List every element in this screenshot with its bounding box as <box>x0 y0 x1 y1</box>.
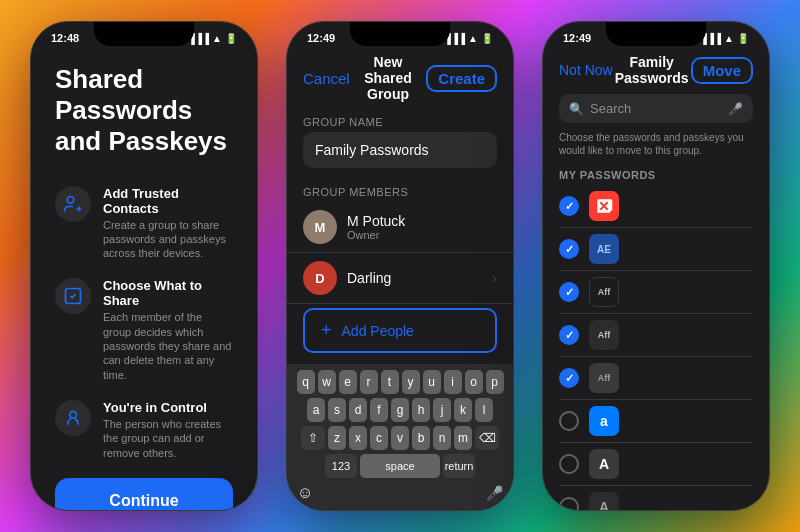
pw-checkbox-3[interactable] <box>559 282 579 302</box>
svg-point-0 <box>67 196 74 203</box>
search-icon: 🔍 <box>569 102 584 116</box>
pw-app-icon-2: AE <box>589 234 619 264</box>
pw-checkbox-1[interactable] <box>559 196 579 216</box>
choose-note: Choose the passwords and passkeys you wo… <box>543 129 769 165</box>
battery-icon-3: 🔋 <box>737 33 749 44</box>
move-button[interactable]: Move <box>691 57 753 84</box>
pw-app-icon-7: A <box>589 449 619 479</box>
kb-a[interactable]: a <box>307 398 325 422</box>
pw-item-7[interactable]: A <box>543 443 769 485</box>
continue-button[interactable]: Continue <box>55 478 233 511</box>
pw-checkbox-4[interactable] <box>559 325 579 345</box>
pw-item-5[interactable]: Aff <box>543 357 769 399</box>
group-members-label: GROUP MEMBERS <box>287 180 513 202</box>
pw-app-icon-5: Aff <box>589 363 619 393</box>
kb-q[interactable]: q <box>297 370 315 394</box>
group-name-label: GROUP NAME <box>287 110 513 132</box>
add-people-button[interactable]: + Add People <box>303 308 497 353</box>
feature-control-text: You're in Control The person who creates… <box>103 400 233 460</box>
emoji-icon[interactable]: ☺ <box>297 484 313 502</box>
pw-item-1[interactable] <box>543 185 769 227</box>
kb-row-4: 123 space return <box>291 454 509 478</box>
pw-checkbox-2[interactable] <box>559 239 579 259</box>
kb-r[interactable]: r <box>360 370 378 394</box>
kb-g[interactable]: g <box>391 398 409 422</box>
member-info-darling: Darling <box>347 270 482 286</box>
feature-add-contacts: Add Trusted Contacts Create a group to s… <box>55 186 233 261</box>
phone-1: 12:48 ▐▐▐ ▲ 🔋 Shared Passwordsand Passke… <box>30 21 258 511</box>
feature-control: You're in Control The person who creates… <box>55 400 233 460</box>
kb-b[interactable]: b <box>412 426 430 450</box>
kb-c[interactable]: c <box>370 426 388 450</box>
kb-row-3: ⇧ z x c v b n m ⌫ <box>291 426 509 450</box>
phone1-content: Shared Passwordsand Passkeys Add Trusted… <box>31 48 257 492</box>
member-avatar-potuck: M <box>303 210 337 244</box>
pw-item-2[interactable]: AE <box>543 228 769 270</box>
kb-t[interactable]: t <box>381 370 399 394</box>
my-passwords-label: MY PASSWORDS <box>543 165 769 185</box>
notch-1 <box>94 22 194 46</box>
notnow-button[interactable]: Not Now <box>559 62 613 78</box>
pw-app-icon-6: a <box>589 406 619 436</box>
kb-shift[interactable]: ⇧ <box>301 426 325 450</box>
keyboard: q w e r t y u i o p a s d f g h j k l ⇧ … <box>287 364 513 510</box>
mic-icon[interactable]: 🎤 <box>486 485 503 501</box>
kb-k[interactable]: k <box>454 398 472 422</box>
kb-return[interactable]: return <box>443 454 475 478</box>
pw-app-icon-3: Aff <box>589 277 619 307</box>
kb-e[interactable]: e <box>339 370 357 394</box>
add-plus-icon: + <box>321 320 332 341</box>
pw-checkbox-8[interactable] <box>559 497 579 511</box>
control-icon <box>55 400 91 436</box>
kb-s[interactable]: s <box>328 398 346 422</box>
kb-space[interactable]: space <box>360 454 440 478</box>
kb-o[interactable]: o <box>465 370 483 394</box>
kb-l[interactable]: l <box>475 398 493 422</box>
create-button[interactable]: Create <box>426 65 497 92</box>
time-2: 12:49 <box>307 32 335 44</box>
kb-d[interactable]: d <box>349 398 367 422</box>
kb-u[interactable]: u <box>423 370 441 394</box>
svg-point-2 <box>70 411 77 418</box>
search-bar[interactable]: 🔍 Search 🎤 <box>559 94 753 123</box>
kb-h[interactable]: h <box>412 398 430 422</box>
kb-row-1: q w e r t y u i o p <box>291 370 509 394</box>
battery-icon: 🔋 <box>225 33 237 44</box>
member-row-potuck: M M Potuck Owner <box>287 202 513 253</box>
status-icons-3: ▐▐▐ ▲ 🔋 <box>700 33 749 44</box>
member-avatar-darling: D <box>303 261 337 295</box>
kb-i[interactable]: i <box>444 370 462 394</box>
member-row-darling[interactable]: D Darling › <box>287 253 513 304</box>
pw-checkbox-6[interactable] <box>559 411 579 431</box>
kb-delete[interactable]: ⌫ <box>475 426 499 450</box>
pw-item-8[interactable]: A <box>543 486 769 511</box>
kb-y[interactable]: y <box>402 370 420 394</box>
kb-123[interactable]: 123 <box>325 454 357 478</box>
phone-3: 12:49 ▐▐▐ ▲ 🔋 Not Now Family Passwords M… <box>542 21 770 511</box>
cancel-button-2[interactable]: Cancel <box>303 70 350 87</box>
search-input[interactable]: Search <box>590 101 722 116</box>
kb-n[interactable]: n <box>433 426 451 450</box>
kb-p[interactable]: p <box>486 370 504 394</box>
group-name-field[interactable]: Family Passwords <box>303 132 497 168</box>
pw-item-4[interactable]: Aff <box>543 314 769 356</box>
pw-checkbox-5[interactable] <box>559 368 579 388</box>
kb-w[interactable]: w <box>318 370 336 394</box>
kb-x[interactable]: x <box>349 426 367 450</box>
phone2-nav-title: New Shared Group <box>350 54 427 102</box>
choose-share-icon <box>55 278 91 314</box>
battery-icon-2: 🔋 <box>481 33 493 44</box>
pw-item-3[interactable]: Aff <box>543 271 769 313</box>
pw-item-6[interactable]: a <box>543 400 769 442</box>
notch-2 <box>350 22 450 46</box>
kb-bottom: ☺ 🎤 <box>291 482 509 504</box>
kb-m[interactable]: m <box>454 426 472 450</box>
kb-j[interactable]: j <box>433 398 451 422</box>
pw-checkbox-7[interactable] <box>559 454 579 474</box>
kb-v[interactable]: v <box>391 426 409 450</box>
kb-f[interactable]: f <box>370 398 388 422</box>
phone2-navbar: Cancel New Shared Group Create <box>287 48 513 110</box>
search-mic-icon[interactable]: 🎤 <box>728 102 743 116</box>
kb-z[interactable]: z <box>328 426 346 450</box>
feature-choose-share-text: Choose What to Share Each member of the … <box>103 278 233 381</box>
